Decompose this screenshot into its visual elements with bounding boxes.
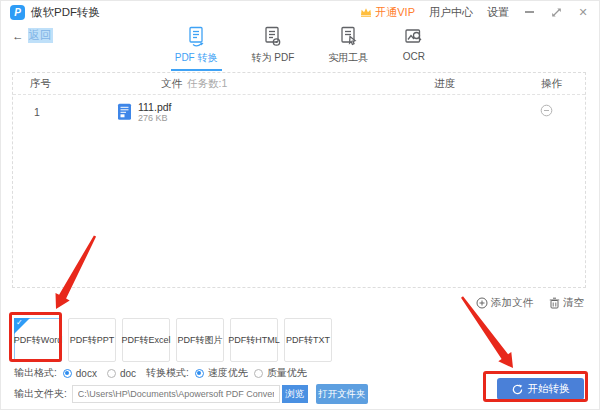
output-folder-input[interactable]	[72, 385, 280, 403]
output-folder-label: 输出文件夹:	[14, 387, 67, 401]
tab-to-pdf[interactable]: 转为 PDF	[248, 26, 299, 71]
file-list-panel: 序号 文件任务数:1 进度 操作 1 111.pdf 276 KB	[12, 72, 586, 288]
tab-label: 转为 PDF	[252, 51, 295, 65]
column-header-index: 序号	[30, 77, 51, 91]
radio-docx-label[interactable]: docx	[76, 368, 97, 379]
app-logo-icon: P	[10, 5, 25, 20]
row-index: 1	[34, 106, 40, 118]
convert-refresh-icon	[512, 384, 523, 395]
tab-tools[interactable]: 实用工具	[324, 26, 372, 71]
radio-doc-label[interactable]: doc	[120, 368, 136, 379]
to-pdf-icon	[261, 26, 284, 47]
start-convert-button[interactable]: 开始转换	[497, 378, 584, 400]
pdf-convert-icon	[185, 26, 208, 47]
radio-quality-priority[interactable]	[254, 369, 263, 378]
file-name: 111.pdf	[138, 101, 171, 113]
tab-label: 实用工具	[328, 51, 368, 65]
check-icon: ✓	[16, 318, 23, 327]
convert-type-pdf-to-ppt[interactable]: PDF转PPT	[68, 318, 116, 362]
settings-button[interactable]: 设置	[487, 5, 509, 20]
add-file-label: 添加文件	[491, 296, 533, 310]
tools-icon	[337, 26, 360, 47]
open-folder-button[interactable]: 打开文件夹	[316, 384, 368, 404]
radio-speed-priority[interactable]	[195, 369, 204, 378]
add-circle-icon	[476, 297, 488, 309]
minimize-icon	[525, 11, 534, 13]
trash-icon	[549, 297, 560, 309]
main-tabs: PDF 转换 转为 PDF 实用工具 OCR	[0, 26, 600, 71]
ocr-icon	[402, 26, 425, 47]
pdf-converter-window: { "titlebar": { "app_title": "傲软PDF转换", …	[0, 0, 600, 410]
column-header-operation: 操作	[541, 77, 562, 91]
close-button[interactable]: ✕	[576, 4, 590, 20]
convert-type-pdf-to-html[interactable]: PDF转HTML	[230, 318, 278, 362]
mode-label: 转换模式:	[146, 366, 189, 380]
column-header-progress: 进度	[434, 77, 455, 91]
maximize-button[interactable]	[549, 4, 563, 20]
browse-button[interactable]: 浏览	[282, 385, 308, 403]
file-meta: 111.pdf 276 KB	[138, 101, 171, 123]
table-row[interactable]: 1 111.pdf 276 KB	[13, 95, 585, 129]
output-row: 输出文件夹: 浏览 打开文件夹	[14, 384, 368, 404]
radio-doc[interactable]	[107, 369, 116, 378]
radio-docx[interactable]	[63, 369, 72, 378]
remove-circle-icon	[540, 104, 553, 117]
tab-label: PDF 转换	[175, 51, 218, 65]
options-row: 输出格式: docx doc 转换模式: 速度优先 质量优先	[14, 366, 317, 380]
tab-ocr[interactable]: OCR	[398, 26, 429, 71]
list-actions: 添加文件 清空	[476, 296, 584, 310]
file-cell: 111.pdf 276 KB	[117, 101, 171, 123]
maximize-icon	[551, 7, 562, 18]
task-count-badge: 任务数:1	[187, 77, 227, 89]
file-size: 276 KB	[138, 113, 171, 123]
tab-pdf-convert[interactable]: PDF 转换	[171, 26, 222, 71]
user-center-button[interactable]: 用户中心	[429, 5, 473, 20]
app-title: 傲软PDF转换	[31, 5, 100, 20]
remove-file-button[interactable]	[540, 103, 553, 121]
radio-quality-label[interactable]: 质量优先	[267, 366, 307, 380]
vip-label: 开通VIP	[375, 5, 415, 20]
add-file-button[interactable]: 添加文件	[476, 296, 533, 310]
format-label: 输出格式:	[14, 366, 57, 380]
convert-type-pdf-to-excel[interactable]: PDF转Excel	[122, 318, 170, 362]
convert-type-pdf-to-txt[interactable]: PDF转TXT	[284, 318, 332, 362]
clear-button[interactable]: 清空	[549, 296, 584, 310]
convert-type-pdf-to-word[interactable]: ✓ PDF转Word	[14, 318, 62, 362]
column-header-file: 文件任务数:1	[161, 77, 227, 91]
convert-type-pdf-to-image[interactable]: PDF转图片	[176, 318, 224, 362]
crown-icon	[360, 7, 372, 17]
pdf-file-icon	[117, 103, 132, 121]
clear-label: 清空	[563, 296, 584, 310]
convert-type-row: ✓ PDF转Word PDF转PPT PDF转Excel PDF转图片 PDF转…	[14, 318, 332, 362]
minimize-button[interactable]	[522, 4, 536, 20]
tab-label: OCR	[403, 51, 425, 62]
radio-speed-label[interactable]: 速度优先	[208, 366, 248, 380]
title-bar: P 傲软PDF转换 开通VIP 用户中心 设置 ✕	[0, 0, 600, 24]
open-vip-button[interactable]: 开通VIP	[360, 5, 415, 20]
file-table-header: 序号 文件任务数:1 进度 操作	[13, 73, 585, 95]
start-convert-label: 开始转换	[528, 382, 570, 396]
